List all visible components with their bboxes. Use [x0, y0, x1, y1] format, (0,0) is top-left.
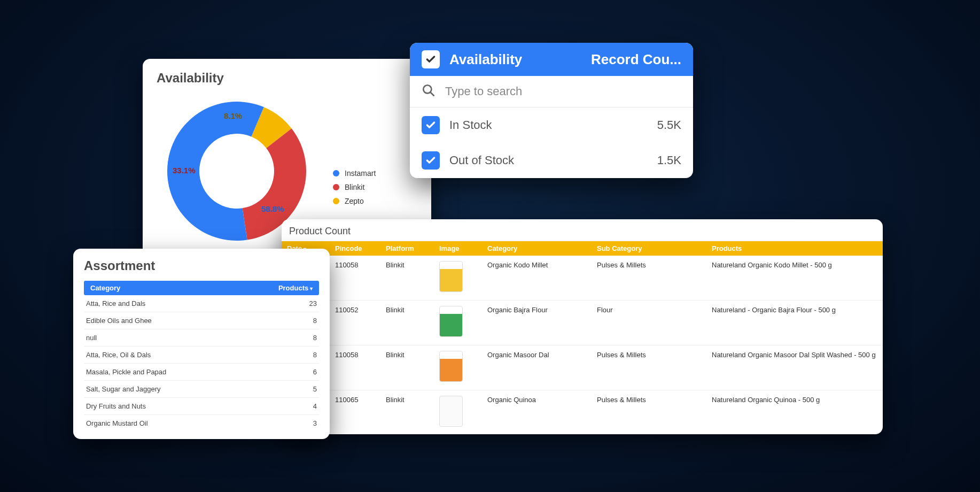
- legend-label: Blinkit: [345, 183, 364, 191]
- legend-dot-icon: [333, 198, 339, 204]
- cell-product-name: Natureland Organic Masoor Dal Split Wash…: [712, 351, 877, 359]
- assortment-category: Masala, Pickle and Papad: [86, 368, 166, 376]
- cell-platform: Blinkit: [386, 351, 439, 359]
- availability-filter-card: Availability Record Cou... In Stock 5.5K…: [410, 43, 693, 178]
- legend-label: Zepto: [345, 197, 364, 205]
- assortment-product-count: 6: [313, 368, 317, 376]
- assortment-product-count: 8: [313, 334, 317, 342]
- product-thumbnail-icon: [439, 351, 463, 382]
- product-table-header: Date Pincode Platform Image Category Sub…: [282, 241, 883, 256]
- assortment-row[interactable]: Masala, Pickle and Papad 6: [84, 364, 319, 381]
- col-products[interactable]: Products: [712, 244, 877, 252]
- product-count-title: Product Count: [282, 226, 883, 241]
- cell-platform: Blinkit: [386, 306, 439, 314]
- cell-image: [439, 351, 487, 382]
- assort-col-category[interactable]: Category: [90, 284, 120, 292]
- cell-subcategory: Pulses & Millets: [597, 351, 712, 359]
- legend-item[interactable]: Instamart: [333, 169, 376, 178]
- check-icon: [425, 120, 436, 130]
- assortment-category: Atta, Rice and Dals: [86, 299, 145, 308]
- filter-option-row[interactable]: Out of Stock 1.5K: [410, 143, 693, 178]
- filter-option-label: Out of Stock: [449, 153, 514, 167]
- search-icon: [422, 83, 435, 99]
- filter-col-availability[interactable]: Availability: [449, 51, 522, 68]
- assortment-row[interactable]: Organic Mustard Oil 3: [84, 415, 319, 432]
- cell-product-name: Natureland Organic Quinoa - 500 g: [712, 396, 877, 404]
- availability-legend: Instamart Blinkit Zepto: [333, 169, 376, 205]
- cell-platform: Blinkit: [386, 396, 439, 404]
- cell-subcategory: Flour: [597, 306, 712, 314]
- cell-subcategory: Pulses & Millets: [597, 261, 712, 269]
- assortment-row[interactable]: Atta, Rice, Oil & Dals 8: [84, 347, 319, 364]
- filter-header: Availability Record Cou...: [410, 43, 693, 76]
- assortment-row[interactable]: Salt, Sugar and Jaggery 5: [84, 381, 319, 398]
- assortment-category: Edible Oils and Ghee: [86, 317, 152, 325]
- cell-image: [439, 306, 487, 337]
- cell-category: Organic Masoor Dal: [487, 351, 597, 359]
- filter-checkbox[interactable]: [422, 151, 440, 170]
- col-pincode[interactable]: Pincode: [335, 244, 386, 252]
- assortment-table-header: Category Products: [84, 281, 319, 295]
- cell-product-name: Natureland Organic Kodo Millet - 500 g: [712, 261, 877, 269]
- product-row[interactable]: 110052 Blinkit Organic Bajra Flour Flour…: [282, 301, 883, 345]
- col-image[interactable]: Image: [439, 244, 487, 252]
- col-platform[interactable]: Platform: [386, 244, 439, 252]
- product-thumbnail-icon: [439, 396, 463, 427]
- assortment-row[interactable]: Edible Oils and Ghee 8: [84, 312, 319, 329]
- legend-dot-icon: [333, 170, 339, 176]
- assortment-product-count: 3: [313, 419, 317, 427]
- product-row[interactable]: 110065 Blinkit Organic Quinoa Pulses & M…: [282, 390, 883, 432]
- assortment-title: Assortment: [84, 258, 319, 273]
- col-subcategory[interactable]: Sub Category: [597, 244, 712, 252]
- assortment-row[interactable]: null 8: [84, 329, 319, 347]
- filter-search-row: [410, 76, 693, 107]
- legend-item[interactable]: Zepto: [333, 197, 376, 205]
- assortment-row[interactable]: Dry Fruits and Nuts 4: [84, 398, 319, 415]
- search-input[interactable]: [445, 84, 681, 98]
- product-thumbnail-icon: [439, 306, 463, 337]
- col-category[interactable]: Category: [487, 244, 597, 252]
- cell-pincode: 110065: [335, 396, 386, 404]
- slice-label-zepto: 8.1%: [224, 111, 242, 120]
- legend-label: Instamart: [345, 169, 376, 178]
- product-row[interactable]: 110058 Blinkit Organic Kodo Millet Pulse…: [282, 256, 883, 301]
- check-icon: [425, 54, 436, 65]
- select-all-checkbox[interactable]: [422, 50, 440, 68]
- legend-item[interactable]: Blinkit: [333, 183, 376, 191]
- cell-subcategory: Pulses & Millets: [597, 396, 712, 404]
- assortment-product-count: 8: [313, 351, 317, 359]
- filter-option-row[interactable]: In Stock 5.5K: [410, 107, 693, 143]
- assortment-card: Assortment Category Products Atta, Rice …: [73, 249, 330, 439]
- assortment-product-count: 8: [313, 317, 317, 325]
- check-icon: [425, 155, 436, 166]
- slice-label-blinkit: 33.1%: [173, 166, 196, 175]
- legend-dot-icon: [333, 184, 339, 190]
- product-count-card: Product Count Date Pincode Platform Imag…: [282, 219, 883, 434]
- cell-category: Organic Bajra Flour: [487, 306, 597, 314]
- assortment-category: Organic Mustard Oil: [86, 419, 148, 427]
- assortment-category: Salt, Sugar and Jaggery: [86, 385, 160, 393]
- assortment-category: Atta, Rice, Oil & Dals: [86, 351, 151, 359]
- assortment-category: Dry Fruits and Nuts: [86, 402, 146, 410]
- cell-platform: Blinkit: [386, 261, 439, 269]
- cell-category: Organic Kodo Millet: [487, 261, 597, 269]
- assort-col-products[interactable]: Products: [278, 284, 313, 292]
- cell-pincode: 110058: [335, 261, 386, 269]
- filter-col-record-count[interactable]: Record Cou...: [591, 51, 681, 68]
- cell-pincode: 110052: [335, 306, 386, 314]
- svg-line-1: [430, 92, 434, 96]
- assortment-product-count: 23: [309, 299, 317, 308]
- slice-label-instamart: 58.8%: [261, 204, 284, 213]
- assortment-row[interactable]: Atta, Rice and Dals 23: [84, 295, 319, 312]
- product-thumbnail-icon: [439, 261, 463, 292]
- filter-checkbox[interactable]: [422, 116, 440, 134]
- assortment-category: null: [86, 334, 97, 342]
- product-row[interactable]: 110058 Blinkit Organic Masoor Dal Pulses…: [282, 345, 883, 390]
- cell-pincode: 110058: [335, 351, 386, 359]
- filter-option-label: In Stock: [449, 118, 492, 132]
- filter-option-count: 1.5K: [657, 153, 681, 167]
- availability-title: Availability: [157, 71, 417, 86]
- cell-category: Organic Quinoa: [487, 396, 597, 404]
- cell-product-name: Natureland - Organic Bajra Flour - 500 g: [712, 306, 877, 314]
- assortment-product-count: 4: [313, 402, 317, 410]
